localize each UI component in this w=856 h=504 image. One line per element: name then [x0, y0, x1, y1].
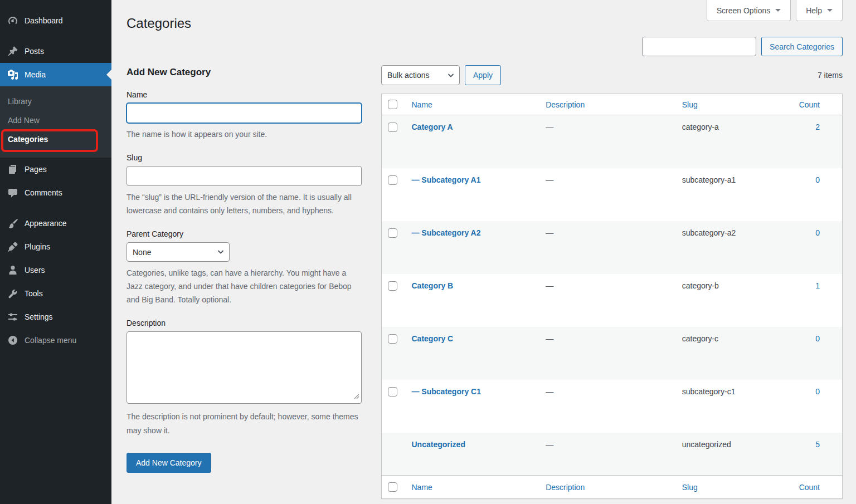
column-header-name[interactable]: Name — [411, 100, 432, 109]
parent-category-label: Parent Category — [127, 229, 362, 238]
category-name-link[interactable]: — Subcategory A1 — [411, 175, 480, 184]
sidebar-item-pages[interactable]: Pages — [0, 158, 111, 181]
row-checkbox[interactable] — [388, 123, 397, 132]
column-header-slug[interactable]: Slug — [682, 100, 698, 109]
category-slug: subcategory-c1 — [682, 387, 736, 396]
column-footer-description[interactable]: Description — [546, 483, 585, 492]
add-new-category-button[interactable]: Add New Category — [127, 453, 211, 473]
category-name-link[interactable]: Category B — [411, 281, 453, 290]
dashboard-icon — [7, 15, 18, 26]
sidebar-item-library[interactable]: Library — [0, 92, 111, 111]
table-toolbar: Bulk actions Apply 7 items — [381, 65, 843, 85]
description-textarea[interactable] — [127, 331, 362, 404]
category-count-link[interactable]: 0 — [815, 228, 820, 237]
category-count-link[interactable]: 0 — [815, 334, 820, 343]
items-count: 7 items — [818, 71, 843, 80]
menu-separator — [0, 32, 111, 40]
category-description: — — [546, 228, 553, 237]
sidebar-item-appearance[interactable]: Appearance — [0, 212, 111, 235]
sidebar-item-label: Posts — [25, 47, 44, 56]
menu-separator — [0, 204, 111, 212]
search-categories-button[interactable]: Search Categories — [761, 37, 843, 56]
screen-meta-links: Screen Options Help — [707, 0, 843, 21]
column-footer-count[interactable]: Count — [799, 483, 820, 492]
sidebar-item-label: Appearance — [25, 219, 67, 228]
sidebar-item-label: Tools — [25, 289, 43, 298]
category-name-link[interactable]: Category C — [411, 334, 453, 343]
table-row: — Subcategory C1 — subcategory-c1 0 — [382, 380, 843, 433]
row-checkbox[interactable] — [388, 228, 397, 238]
form-heading: Add New Category — [127, 67, 362, 78]
apply-button[interactable]: Apply — [465, 65, 501, 85]
admin-sidebar: Dashboard Posts Media Library Add New Ca… — [0, 0, 111, 504]
sidebar-item-settings[interactable]: Settings — [0, 305, 111, 329]
search-input[interactable] — [642, 37, 756, 56]
sidebar-item-label: Plugins — [25, 242, 50, 251]
pin-icon — [7, 46, 18, 57]
help-button[interactable]: Help — [796, 0, 843, 21]
screen-options-button[interactable]: Screen Options — [707, 0, 791, 21]
category-slug: uncategorized — [682, 440, 731, 449]
sidebar-item-add-new[interactable]: Add New — [0, 111, 111, 130]
column-footer-slug[interactable]: Slug — [682, 483, 698, 492]
parent-category-field-group: Parent Category None Categories, unlike … — [127, 229, 362, 306]
admin-menu: Dashboard Posts Media Library Add New Ca… — [0, 0, 111, 352]
bulk-actions-select[interactable]: Bulk actions — [381, 65, 460, 85]
category-name-link[interactable]: — Subcategory C1 — [411, 387, 480, 396]
name-field-group: Name The name is how it appears on your … — [127, 90, 362, 141]
slug-label: Slug — [127, 153, 362, 162]
category-count-link[interactable]: 0 — [815, 175, 820, 184]
chevron-down-icon — [775, 9, 781, 14]
sidebar-item-categories[interactable]: Categories — [0, 130, 111, 149]
column-header-count[interactable]: Count — [799, 100, 820, 109]
select-all-cell — [382, 476, 406, 499]
parent-category-select[interactable]: None — [127, 242, 230, 262]
category-count-link[interactable]: 1 — [815, 281, 820, 290]
category-count-link[interactable]: 0 — [815, 387, 820, 396]
category-name-link[interactable]: — Subcategory A2 — [411, 228, 480, 237]
category-slug: category-a — [682, 123, 719, 131]
sidebar-item-plugins[interactable]: Plugins — [0, 235, 111, 258]
sidebar-item-tools[interactable]: Tools — [0, 282, 111, 305]
column-footer-name[interactable]: Name — [411, 483, 432, 492]
row-checkbox[interactable] — [388, 281, 397, 291]
description-field-group: Description The description is not promi… — [127, 319, 362, 437]
select-all-checkbox[interactable] — [388, 482, 397, 492]
category-count-link[interactable]: 5 — [815, 440, 820, 449]
comment-icon — [7, 187, 18, 198]
chevron-down-icon — [827, 9, 833, 14]
slug-field-group: Slug The “slug” is the URL-friendly vers… — [127, 153, 362, 217]
screen-options-label: Screen Options — [717, 6, 771, 15]
category-description: — — [546, 334, 553, 343]
category-name-link[interactable]: Uncategorized — [411, 440, 465, 449]
plug-icon — [7, 241, 18, 252]
table-row: Category C — category-c 0 — [382, 327, 843, 380]
category-slug: subcategory-a1 — [682, 175, 736, 184]
user-icon — [7, 265, 18, 276]
row-checkbox[interactable] — [388, 334, 397, 344]
select-all-checkbox[interactable] — [388, 100, 397, 109]
slug-input[interactable] — [127, 166, 362, 186]
name-help-text: The name is how it appears on your site. — [127, 128, 362, 141]
media-submenu: Library Add New Categories — [0, 86, 111, 158]
sidebar-item-media[interactable]: Media — [0, 63, 111, 86]
sliders-icon — [7, 311, 18, 322]
row-checkbox[interactable] — [388, 387, 397, 397]
parent-category-help-text: Categories, unlike tags, can have a hier… — [127, 266, 362, 306]
table-row: — Subcategory A2 — subcategory-a2 0 — [382, 221, 843, 274]
sidebar-item-label: Pages — [25, 165, 47, 174]
name-input[interactable] — [127, 103, 362, 123]
row-checkbox[interactable] — [388, 175, 397, 185]
sidebar-item-users[interactable]: Users — [0, 258, 111, 282]
wrench-icon — [7, 288, 18, 299]
category-name-link[interactable]: Category A — [411, 123, 453, 131]
name-label: Name — [127, 90, 362, 99]
sidebar-item-posts[interactable]: Posts — [0, 40, 111, 63]
column-header-description[interactable]: Description — [546, 100, 585, 109]
description-label: Description — [127, 319, 362, 327]
sidebar-item-dashboard[interactable]: Dashboard — [0, 9, 111, 32]
category-count-link[interactable]: 2 — [815, 123, 820, 131]
collapse-menu-button[interactable]: Collapse menu — [0, 329, 111, 352]
sidebar-item-comments[interactable]: Comments — [0, 181, 111, 204]
content-area: Categories Screen Options Help Search Ca… — [111, 0, 856, 504]
